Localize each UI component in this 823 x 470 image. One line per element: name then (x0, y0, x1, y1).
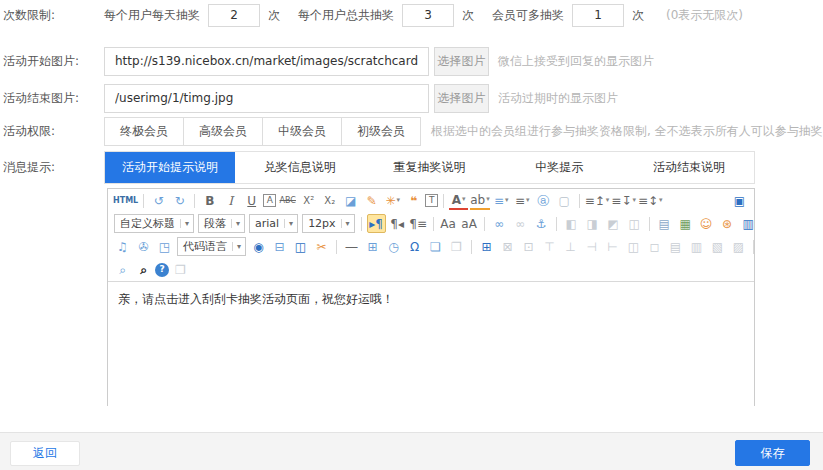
split-cells-icon[interactable]: ◻ (645, 237, 664, 256)
back-button[interactable]: 返回 (10, 441, 80, 466)
multi-column-icon[interactable]: ◫ (291, 237, 310, 256)
insert-music-icon[interactable]: ♫ (113, 237, 132, 256)
code-language-select[interactable]: 代码语言▾ (177, 237, 246, 256)
heading-style-select-value: 自定义标题 (115, 216, 180, 231)
font-border-icon[interactable]: A (263, 194, 276, 207)
tab-repeat-draw[interactable]: 重复抽奖说明 (365, 152, 495, 183)
italic-icon[interactable]: I (221, 191, 240, 210)
insert-row-below-icon[interactable]: ⊥ (561, 237, 580, 256)
insert-image-icon[interactable]: ▤ (655, 214, 674, 233)
paragraph-indent-icon[interactable]: ¶≡ (409, 214, 428, 233)
paste-icon[interactable]: ❐ (171, 260, 190, 279)
insert-col-left-icon[interactable]: ⊣ (582, 237, 601, 256)
start-image-row: 活动开始图片: 选择图片 微信上接受到回复的显示图片 (0, 46, 823, 76)
member-option-ultimate[interactable]: 终极会员 (104, 117, 184, 146)
remove-link-icon[interactable]: ∞ (511, 214, 530, 233)
cell-props-icon[interactable]: ⊡ (519, 237, 538, 256)
per-day-draw-input[interactable] (208, 4, 260, 27)
save-button[interactable]: 保存 (735, 440, 810, 466)
delete-row-icon[interactable]: ▤ (666, 237, 685, 256)
page-break-icon[interactable]: ⊟ (270, 237, 289, 256)
quick-format-icon[interactable]: ✳ (383, 191, 402, 210)
per-day-draw-label: 每个用户每天抽奖 (104, 7, 200, 24)
horizontal-rule-icon[interactable]: ― (342, 237, 361, 256)
member-option-junior[interactable]: 初级会员 (341, 117, 421, 146)
start-image-pick-button[interactable]: 选择图片 (434, 47, 489, 76)
end-image-pick-button[interactable]: 选择图片 (434, 84, 489, 113)
superscript-icon[interactable]: X² (299, 191, 318, 210)
flash-palette-icon[interactable]: ⊛ (718, 214, 737, 233)
insert-link-icon[interactable]: ∞ (490, 214, 509, 233)
preview-icon[interactable]: ⌕ (113, 260, 132, 279)
tab-redeem-info[interactable]: 兑奖信息说明 (235, 152, 365, 183)
paragraph-select[interactable]: 段落▾ (198, 214, 245, 233)
tab-activity-start-tip[interactable]: 活动开始提示说明 (105, 152, 235, 183)
format-painter-brush-icon[interactable]: ✎ (362, 191, 381, 210)
rtl-paragraph-icon[interactable]: ¶◂ (388, 214, 407, 233)
ordered-list-icon[interactable]: ≡ (492, 191, 511, 210)
image-align-bottom-icon[interactable]: ◫ (625, 214, 644, 233)
insert-time-icon[interactable]: ◷ (384, 237, 403, 256)
special-char-icon[interactable]: Ω (405, 237, 424, 256)
find-replace-icon[interactable]: ⌕ (134, 260, 153, 279)
ltr-paragraph-icon[interactable]: ▸¶ (367, 214, 386, 233)
line-height-icon[interactable]: ≡↕ (638, 191, 663, 210)
member-option-intermediate[interactable]: 中级会员 (262, 117, 342, 146)
insert-media-icon[interactable]: ◳ (155, 237, 174, 256)
table-props-icon[interactable]: ⊠ (498, 237, 517, 256)
image-align-right-icon[interactable]: ◨ (583, 214, 602, 233)
insert-map-icon[interactable]: ❏ (426, 237, 445, 256)
image-align-top-icon[interactable]: ◩ (604, 214, 623, 233)
insert-code-icon[interactable]: ◉ (249, 237, 268, 256)
image-align-left-icon[interactable]: ◧ (562, 214, 581, 233)
font-size-select[interactable]: 12px▾ (302, 214, 355, 233)
insert-video-icon[interactable]: ▥ (739, 214, 754, 233)
font-family-select[interactable]: arial▾ (249, 214, 298, 233)
help-icon[interactable]: ? (155, 263, 169, 277)
total-draw-input[interactable] (402, 4, 454, 27)
strikethrough-icon[interactable]: ABC (278, 191, 297, 210)
editor-content-area[interactable]: 亲，请点击进入刮刮卡抽奖活动页面，祝您好运哦！ (108, 282, 754, 407)
message-tabs: 活动开始提示说明 兑奖信息说明 重复抽奖说明 中奖提示 活动结束说明 (104, 151, 755, 184)
tab-activity-end[interactable]: 活动结束说明 (624, 152, 754, 183)
heading-style-select[interactable]: 自定义标题▾ (114, 214, 194, 233)
table-cell-color-icon[interactable]: ▨ (729, 237, 748, 256)
end-image-url-input[interactable] (104, 84, 429, 113)
delete-table-icon[interactable]: ▧ (708, 237, 727, 256)
new-page-icon[interactable]: ▢ (555, 191, 574, 210)
merge-cells-icon[interactable]: ◫ (624, 237, 643, 256)
subscript-icon[interactable]: X₂ (320, 191, 339, 210)
insert-table-icon[interactable]: ⊞ (477, 237, 496, 256)
anchor-icon[interactable]: ⚓ (532, 214, 551, 233)
to-lowercase-icon[interactable]: aA (460, 214, 479, 233)
underline-icon[interactable]: U (242, 191, 261, 210)
screenshot-icon[interactable]: ✂ (312, 237, 331, 256)
tab-win-tip[interactable]: 中奖提示 (494, 152, 624, 183)
member-extra-draw-input[interactable] (572, 4, 624, 27)
bold-icon[interactable]: B (200, 191, 219, 210)
redo-icon[interactable]: ↻ (170, 191, 189, 210)
font-color-icon[interactable]: A (449, 191, 468, 210)
insert-date-icon[interactable]: ⊞ (363, 237, 382, 256)
blockquote-icon[interactable]: ❝ (404, 191, 423, 210)
indent-dropdown-icon[interactable]: ≡↥ (585, 191, 610, 210)
insert-row-above-icon[interactable]: ⊤ (540, 237, 559, 256)
highlight-color-icon[interactable]: ab (470, 191, 490, 210)
fullscreen-icon[interactable]: ▣ (730, 191, 749, 210)
upload-image-icon[interactable]: ▦ (676, 214, 695, 233)
emoticon-icon[interactable]: ☺ (697, 214, 716, 233)
anchor-text-icon[interactable]: ⓐ (534, 191, 553, 210)
to-uppercase-icon[interactable]: Aa (439, 214, 458, 233)
remove-format-eraser-icon[interactable]: ◪ (341, 191, 360, 210)
unordered-list-icon[interactable]: ≡ (513, 191, 532, 210)
paste-plain-text-icon[interactable]: T (425, 194, 438, 207)
align-dropdown-icon[interactable]: ≡↧ (611, 191, 636, 210)
delete-col-icon[interactable]: ▥ (687, 237, 706, 256)
baidu-map-icon[interactable]: ❐ (447, 237, 466, 256)
start-image-url-input[interactable] (104, 47, 429, 76)
html-source-button[interactable]: HTML (113, 191, 138, 210)
member-option-senior[interactable]: 高级会员 (183, 117, 263, 146)
undo-icon[interactable]: ↺ (149, 191, 168, 210)
attachment-icon[interactable]: ✇ (134, 237, 153, 256)
insert-col-right-icon[interactable]: ⊢ (603, 237, 622, 256)
